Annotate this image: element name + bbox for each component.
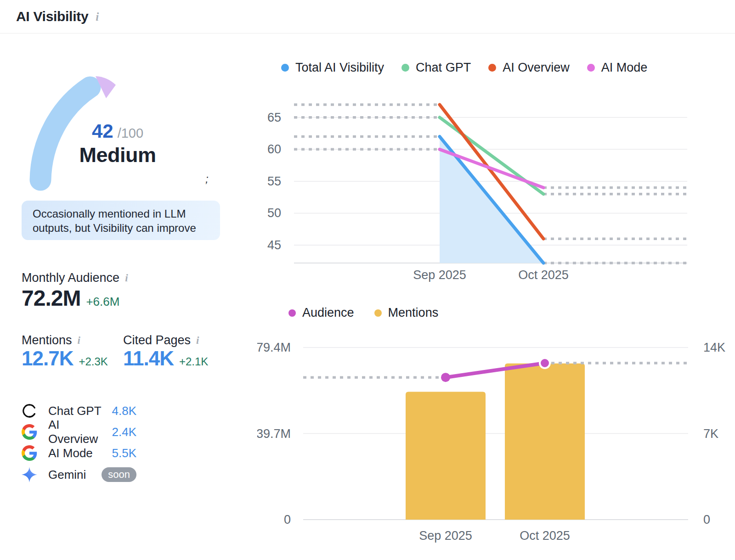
score-rating-label: Medium	[54, 143, 181, 167]
info-icon[interactable]: i	[96, 11, 99, 22]
trend-chart-legend: Total AI Visibility Chat GPT AI Overview…	[281, 61, 647, 75]
legend-item-total-ai-visibility[interactable]: Total AI Visibility	[281, 61, 384, 75]
right-axis-tick-label: 7K	[703, 427, 718, 441]
info-icon[interactable]: i	[78, 335, 80, 346]
right-axis-tick-label: 14K	[703, 341, 725, 354]
score-summary-box: Occasionally mentioned in LLM outputs, b…	[22, 201, 220, 240]
info-icon[interactable]: i	[125, 273, 128, 283]
monthly-audience-value-row: 72.2M +6.6M	[22, 286, 119, 311]
x-axis-label: Sep 2025	[413, 268, 466, 282]
score-value: 42	[92, 120, 113, 142]
cited-pages-value: 11.4K	[123, 347, 174, 370]
ai-visibility-page: AI Visibility i 42 /100 Medium ; Occasio…	[0, 0, 735, 560]
left-axis-tick-label: 0	[284, 513, 291, 526]
audience-mentions-chart[interactable]: 79.4M14K39.7M7K00Sep 2025Oct 2025	[257, 303, 735, 555]
cited-pages-value-row: 11.4K +2.1K	[123, 347, 208, 370]
left-axis-tick-label: 39.7M	[257, 427, 291, 441]
audience-point-sep[interactable]	[441, 373, 450, 382]
google-icon	[22, 445, 37, 461]
y-axis-tick-label: 45	[267, 238, 281, 252]
legend-item-chat-gpt[interactable]: Chat GPT	[401, 61, 471, 75]
monthly-audience-label: Monthly Audience i	[22, 271, 128, 285]
x-axis-label: Oct 2025	[520, 529, 570, 543]
right-axis-tick-label: 0	[703, 513, 710, 526]
legend-item-ai-mode[interactable]: AI Mode	[587, 61, 648, 75]
stray-glyph: ;	[205, 173, 209, 185]
legend-dot-icon	[401, 64, 409, 72]
score-block: 42 /100 Medium	[54, 120, 181, 167]
y-axis-tick-label: 65	[267, 111, 281, 124]
monthly-audience-delta: +6.6M	[86, 295, 119, 309]
header: AI Visibility i	[0, 0, 735, 34]
x-axis-label: Sep 2025	[419, 529, 472, 543]
platform-row-chatgpt[interactable]: Chat GPT 4.8K	[22, 402, 136, 420]
y-axis-tick-label: 55	[267, 174, 281, 188]
visibility-trend-chart[interactable]: 4550556065Sep 2025Oct 2025	[257, 90, 712, 291]
platform-row-gemini[interactable]: Gemini soon	[22, 465, 136, 484]
mentions-value-row: 12.7K +2.3K	[22, 347, 108, 370]
monthly-audience-value: 72.2M	[22, 286, 80, 311]
mentions-bar[interactable]	[406, 392, 486, 520]
legend-item-ai-overview[interactable]: AI Overview	[488, 61, 570, 75]
left-axis-tick-label: 79.4M	[257, 341, 291, 354]
y-axis-tick-label: 60	[267, 142, 281, 156]
mentions-delta: +2.3K	[79, 355, 107, 368]
gemini-icon	[22, 467, 37, 482]
score-max: /100	[118, 126, 143, 141]
legend-dot-icon	[587, 64, 595, 72]
legend-dot-icon	[281, 64, 289, 72]
info-icon[interactable]: i	[196, 335, 199, 346]
x-axis-label: Oct 2025	[518, 268, 569, 282]
audience-point-oct[interactable]	[540, 358, 550, 368]
cited-pages-delta: +2.1K	[179, 355, 208, 368]
cited-pages-label: Cited Pages i	[123, 333, 199, 347]
platform-row-ai-mode[interactable]: AI Mode 5.5K	[22, 444, 136, 462]
y-axis-tick-label: 50	[267, 206, 281, 220]
google-icon	[22, 424, 37, 440]
mentions-label: Mentions i	[22, 333, 80, 347]
mentions-value: 12.7K	[22, 347, 73, 370]
soon-badge: soon	[102, 467, 136, 482]
page-title: AI Visibility	[16, 9, 88, 24]
mentions-bar[interactable]	[505, 364, 585, 520]
platform-row-ai-overview[interactable]: AI Overview 2.4K	[22, 423, 136, 441]
openai-icon	[22, 403, 37, 419]
legend-dot-icon	[488, 64, 496, 72]
